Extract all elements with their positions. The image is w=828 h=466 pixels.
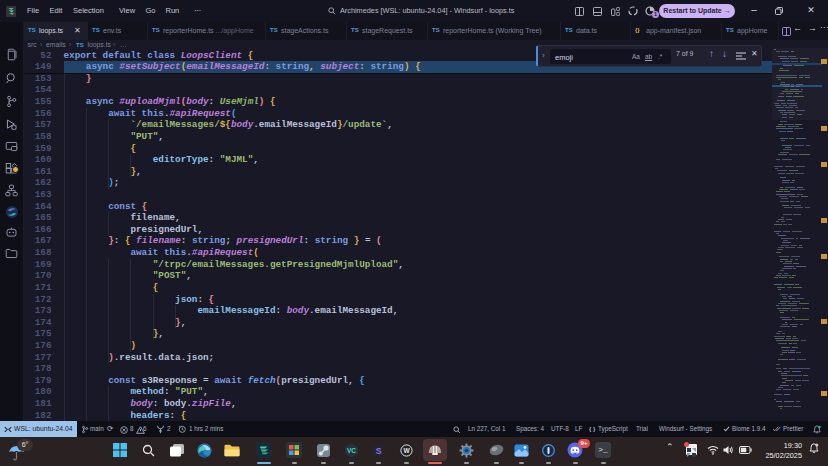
svg-text:S: S bbox=[375, 445, 381, 455]
svg-text:W: W bbox=[403, 447, 410, 454]
svg-text:VC: VC bbox=[346, 447, 355, 454]
